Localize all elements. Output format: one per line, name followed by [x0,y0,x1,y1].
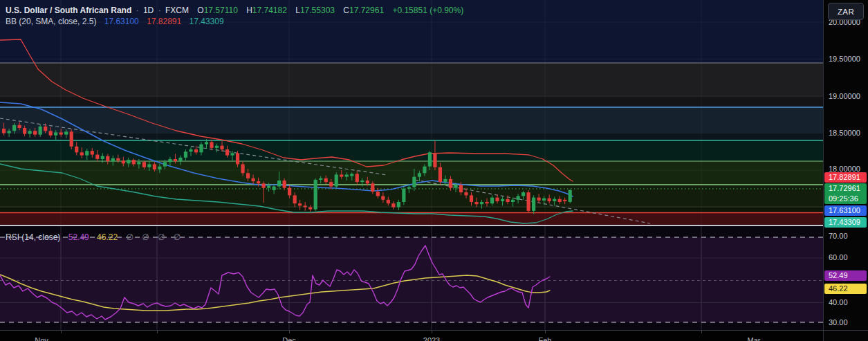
low-value: 17.55303 [300,6,335,15]
time-scale[interactable]: Nov Dec 2023 Feb Mar [0,331,823,341]
rsi-tick: 40.00 [829,298,848,306]
symbol-title[interactable]: U.S. Dollar / South African Rand [6,6,131,15]
bb-basis-value: 17.63100 [104,17,139,26]
bb-basis-price-badge: 17.63100 [824,205,867,216]
rsi-tick: 70.00 [829,232,848,240]
time-label: Dec [282,336,296,341]
tradingview-chart-window: U.S. Dollar / South African Rand · 1D · … [0,0,868,341]
time-label: Feb [539,336,552,341]
time-axis-tick [157,331,158,333]
bb-upper-value: 17.82891 [147,17,181,26]
interval-label[interactable]: 1D [143,6,154,15]
time-axis-tick [61,331,62,333]
price-tick: 18.50000 [829,129,860,137]
chart-canvas[interactable] [0,0,823,331]
pane-separator[interactable] [0,225,823,226]
rsi-empty-slot-icon: ∅ [158,232,165,242]
bar-countdown: 09:25:36 [829,194,867,204]
open-label: O [197,6,203,15]
last-price-value: 17.72961 [829,183,867,194]
symbol-legend: U.S. Dollar / South African Rand · 1D · … [6,6,463,16]
rsi-ma-value-badge: 46.22 [824,284,867,294]
legend-separator: · [158,6,161,15]
last-price-badge: 17.72961 09:25:36 [824,183,867,204]
time-axis-tick [432,331,432,333]
time-axis-separator [0,330,868,331]
bb-name: BB (20, SMA, close, 2.5) [6,17,96,26]
bb-lower-price-badge: 17.43309 [824,217,867,228]
rsi-value-badge: 52.49 [824,270,867,281]
open-value: 17.57110 [204,6,238,15]
legend-separator: · [136,6,139,15]
time-label: Mar [748,336,761,341]
close-value: 17.72961 [349,6,384,15]
currency-button[interactable]: ZAR [828,3,864,20]
rsi-name: RSI (14, close) [6,232,60,242]
bb-upper-price-badge: 17.82891 [824,172,867,183]
bb-lower-value: 17.43309 [190,17,224,26]
time-label: Nov [35,336,48,341]
price-tick: 19.50000 [829,55,860,63]
time-axis-tick [545,331,546,333]
time-axis-tick [289,331,290,333]
rsi-indicator-legend[interactable]: RSI (14, close) 52.49 46.22 ∅ ∅ ∅ ∅ [6,232,181,243]
high-label: H [246,6,252,15]
change-value: +0.15851 (+0.90%) [392,6,463,15]
low-label: L [295,6,300,15]
high-value: 17.74182 [252,6,287,15]
price-scale[interactable]: ZAR 20.00000 19.50000 19.00000 18.50000 … [823,0,868,341]
rsi-tick: 30.00 [829,318,848,326]
rsi-value: 52.49 [68,232,89,242]
rsi-ma-value: 46.22 [97,232,118,242]
time-label: 2023 [423,336,440,341]
exchange-label: FXCM [165,6,189,15]
bb-indicator-legend[interactable]: BB (20, SMA, close, 2.5) 17.63100 17.828… [6,17,224,27]
close-label: C [343,6,349,15]
rsi-tick: 60.00 [829,253,848,261]
price-tick: 19.00000 [829,92,860,100]
rsi-empty-slot-icon: ∅ [142,232,149,242]
rsi-empty-slot-icon: ∅ [126,232,133,242]
rsi-empty-slot-icon: ∅ [174,232,181,242]
time-axis-tick [701,331,702,333]
